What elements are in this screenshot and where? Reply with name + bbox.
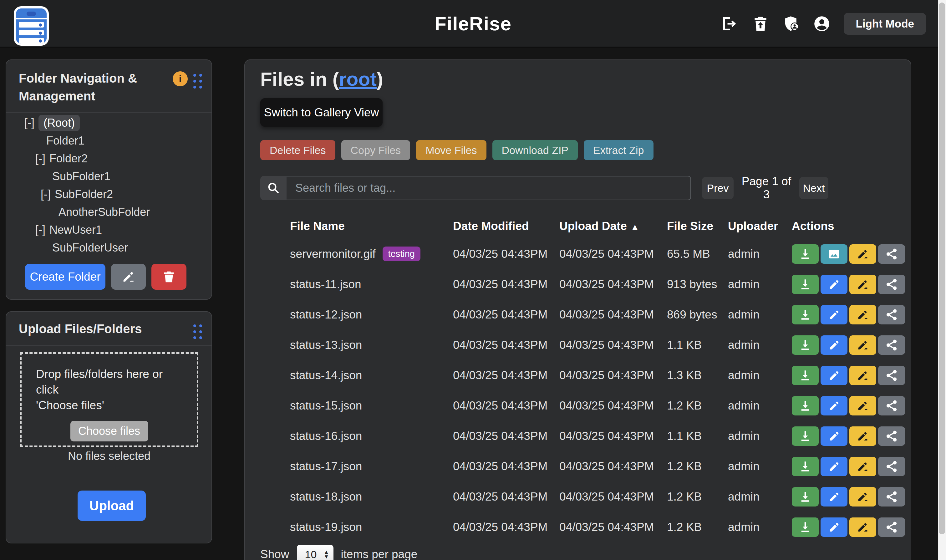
collapse-toggle[interactable]: [-] <box>25 116 34 129</box>
col-file-size[interactable]: File Size <box>667 220 728 233</box>
edit-file-button[interactable] <box>821 487 848 506</box>
file-row[interactable]: status-14.json 04/03/25 04:43PM 04/03/25… <box>260 360 911 391</box>
edit-file-button[interactable] <box>821 517 848 537</box>
folder-name[interactable]: SubFolder2 <box>55 188 113 201</box>
share-file-button[interactable] <box>878 335 905 355</box>
folder-tree-item[interactable]: SubFolderUser <box>6 239 211 257</box>
share-file-button[interactable] <box>878 244 905 264</box>
file-row[interactable]: servermonitor.giftesting 04/03/25 04:43P… <box>260 239 911 269</box>
preview-file-button[interactable] <box>821 244 848 264</box>
upload-button[interactable]: Upload <box>78 491 146 521</box>
next-page-button[interactable]: Next <box>799 177 828 199</box>
col-file-name[interactable]: File Name <box>290 220 453 233</box>
rename-file-button[interactable] <box>849 396 876 415</box>
folder-name[interactable]: NewUser1 <box>49 223 102 237</box>
col-date-modified[interactable]: Date Modified <box>453 220 559 233</box>
download-file-button[interactable] <box>792 275 819 294</box>
share-file-button[interactable] <box>878 426 905 446</box>
download-file-button[interactable] <box>792 366 819 385</box>
edit-file-button[interactable] <box>821 457 848 476</box>
items-per-page-select[interactable]: 10 ▲▼ <box>297 545 334 560</box>
drag-handle-icon[interactable] <box>193 325 202 339</box>
info-icon[interactable]: i <box>173 71 188 86</box>
bulk-copy-files-button[interactable]: Copy Files <box>341 140 411 160</box>
rename-file-button[interactable] <box>849 366 876 385</box>
folder-tree-item[interactable]: SubFolder1 <box>6 168 211 185</box>
share-file-button[interactable] <box>878 396 905 415</box>
file-dropzone[interactable]: Drop files/folders here or click 'Choose… <box>20 352 198 447</box>
light-mode-button[interactable]: Light Mode <box>844 13 926 35</box>
share-file-button[interactable] <box>878 457 905 476</box>
switch-gallery-view-button[interactable]: Switch to Gallery View <box>260 98 383 127</box>
create-folder-button[interactable]: Create Folder <box>25 264 105 290</box>
rename-file-button[interactable] <box>849 244 876 264</box>
edit-file-button[interactable] <box>821 396 848 415</box>
download-file-button[interactable] <box>792 487 819 506</box>
download-file-button[interactable] <box>792 244 819 264</box>
folder-name[interactable]: SubFolderUser <box>52 241 128 254</box>
scrollbar-thumb[interactable] <box>939 3 945 534</box>
file-row[interactable]: status-19.json 04/03/25 04:43PM 04/03/25… <box>260 512 911 542</box>
edit-file-button[interactable] <box>821 335 848 355</box>
share-file-button[interactable] <box>878 366 905 385</box>
choose-files-button[interactable]: Choose files <box>71 421 148 442</box>
collapse-toggle[interactable]: [-] <box>35 223 45 237</box>
folder-name[interactable]: AnotherSubFolder <box>58 206 150 219</box>
restore-from-trash-icon[interactable] <box>752 15 769 32</box>
share-file-button[interactable] <box>878 517 905 537</box>
bulk-download-zip-button[interactable]: Download ZIP <box>492 140 578 160</box>
logout-icon[interactable] <box>721 15 738 32</box>
folder-tree-item[interactable]: [-] NewUser1 <box>6 221 211 239</box>
rename-file-button[interactable] <box>849 275 876 294</box>
file-row[interactable]: status-16.json 04/03/25 04:43PM 04/03/25… <box>260 421 911 451</box>
rename-file-button[interactable] <box>849 335 876 355</box>
file-row[interactable]: status-15.json 04/03/25 04:43PM 04/03/25… <box>260 391 911 421</box>
download-file-button[interactable] <box>792 426 819 446</box>
download-file-button[interactable] <box>792 335 819 355</box>
rename-file-button[interactable] <box>849 305 876 325</box>
file-row[interactable]: status-13.json 04/03/25 04:43PM 04/03/25… <box>260 330 911 360</box>
edit-file-button[interactable] <box>821 305 848 325</box>
admin-shield-icon[interactable] <box>782 15 800 32</box>
drag-handle-icon[interactable] <box>193 74 202 89</box>
folder-name[interactable]: SubFolder1 <box>52 170 111 183</box>
rename-file-button[interactable] <box>849 457 876 476</box>
file-row[interactable]: status-18.json 04/03/25 04:43PM 04/03/25… <box>260 482 911 512</box>
file-row[interactable]: status-17.json 04/03/25 04:43PM 04/03/25… <box>260 451 911 482</box>
folder-tree-item[interactable]: [-] SubFolder2 <box>6 185 211 203</box>
rename-file-button[interactable] <box>849 426 876 446</box>
download-file-button[interactable] <box>792 517 819 537</box>
collapse-toggle[interactable]: [-] <box>41 188 51 201</box>
bulk-extract-zip-button[interactable]: Extract Zip <box>584 140 653 160</box>
bulk-move-files-button[interactable]: Move Files <box>416 140 486 160</box>
edit-file-button[interactable] <box>821 366 848 385</box>
folder-name[interactable]: Folder1 <box>46 134 85 147</box>
rename-file-button[interactable] <box>849 487 876 506</box>
share-file-button[interactable] <box>878 305 905 325</box>
folder-tree-item[interactable]: AnotherSubFolder <box>6 203 211 221</box>
rename-file-button[interactable] <box>849 517 876 537</box>
folder-name[interactable]: Folder2 <box>49 152 88 165</box>
folder-name[interactable]: (Root) <box>38 115 80 131</box>
root-folder-link[interactable]: root <box>339 68 377 90</box>
search-input[interactable] <box>286 176 691 200</box>
bulk-delete-files-button[interactable]: Delete Files <box>260 140 335 160</box>
edit-file-button[interactable] <box>821 275 848 294</box>
page-scrollbar[interactable] <box>938 0 946 560</box>
search-button[interactable] <box>260 176 286 200</box>
edit-file-button[interactable] <box>821 426 848 446</box>
col-upload-date[interactable]: Upload Date▲ <box>559 220 667 233</box>
file-row[interactable]: status-12.json 04/03/25 04:43PM 04/03/25… <box>260 299 911 330</box>
delete-folder-button[interactable] <box>151 264 186 290</box>
file-row[interactable]: status-11.json 04/03/25 04:43PM 04/03/25… <box>260 269 911 299</box>
col-uploader[interactable]: Uploader <box>728 220 792 233</box>
collapse-toggle[interactable]: [-] <box>35 152 45 165</box>
folder-tree-item[interactable]: [-] (Root) <box>6 114 211 132</box>
folder-tree-item[interactable]: [-] Folder2 <box>6 149 211 168</box>
prev-page-button[interactable]: Prev <box>702 177 734 199</box>
download-file-button[interactable] <box>792 305 819 325</box>
account-circle-icon[interactable] <box>813 15 831 32</box>
folder-tree-item[interactable]: Folder1 <box>6 132 211 149</box>
download-file-button[interactable] <box>792 457 819 476</box>
rename-folder-button[interactable] <box>111 264 146 290</box>
